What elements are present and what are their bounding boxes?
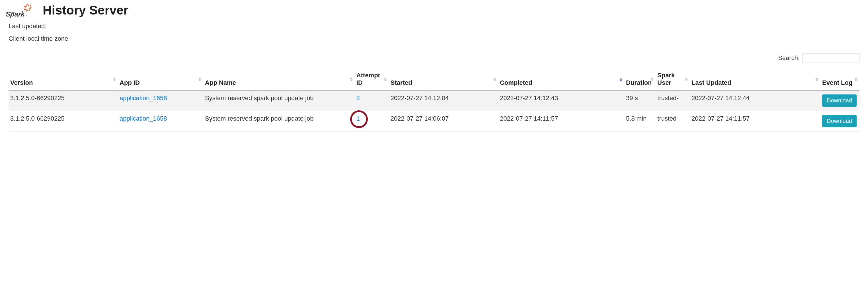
col-app-id-label: App ID — [120, 79, 140, 86]
cell-completed: 2022-07-27 14:11:57 — [498, 111, 624, 131]
cell-duration: 39 s — [624, 90, 656, 111]
spark-logo: APACHE Spark ™ — [6, 2, 37, 18]
col-completed-label: Completed — [500, 79, 532, 86]
sort-icon — [493, 77, 496, 82]
cell-spark-user: trusted- — [656, 90, 690, 111]
col-version[interactable]: Version — [8, 67, 118, 91]
sort-icon — [384, 77, 387, 82]
sort-icon — [651, 77, 654, 82]
sort-icon — [685, 77, 688, 82]
page-title: History Server — [43, 3, 128, 18]
applications-table: Version App ID App Name Attempt ID Start… — [8, 67, 860, 131]
col-spark-user[interactable]: Spark User — [656, 67, 690, 91]
sort-icon — [349, 77, 353, 82]
cell-version: 3.1.2.5.0-66290225 — [8, 111, 118, 131]
cell-version: 3.1.2.5.0-66290225 — [8, 90, 118, 111]
cell-last-updated: 2022-07-27 14:12:44 — [690, 90, 820, 111]
sort-icon — [198, 77, 202, 82]
app-id-link[interactable]: application_1658 — [120, 115, 167, 122]
cell-app-name: System reserved spark pool update job — [203, 111, 355, 131]
col-attempt-id-label: Attempt ID — [356, 72, 380, 86]
cell-last-updated: 2022-07-27 14:11:57 — [690, 111, 820, 131]
app-id-link[interactable]: application_1658 — [120, 94, 167, 102]
table-row: 3.1.2.5.0-66290225 application_1658 Syst… — [8, 90, 860, 111]
cell-app-name: System reserved spark pool update job — [203, 90, 355, 111]
col-duration-label: Duration — [626, 79, 652, 86]
col-app-id[interactable]: App ID — [118, 67, 203, 91]
sort-icon — [619, 77, 623, 82]
col-event-log-label: Event Log — [822, 79, 852, 86]
attempt-id-link[interactable]: 2 — [356, 94, 360, 102]
col-attempt-id[interactable]: Attempt ID — [355, 67, 389, 91]
attempt-id-link[interactable]: 1 — [356, 115, 360, 122]
svg-text:™: ™ — [26, 15, 27, 17]
cell-spark-user: trusted- — [656, 111, 690, 131]
col-started-label: Started — [391, 79, 412, 86]
cell-started: 2022-07-27 14:12:04 — [389, 90, 498, 111]
download-button[interactable]: Download — [822, 115, 857, 127]
col-started[interactable]: Started — [389, 67, 498, 91]
col-last-updated[interactable]: Last Updated — [690, 67, 820, 91]
col-spark-user-label: Spark User — [657, 72, 675, 86]
download-button[interactable]: Download — [822, 94, 857, 107]
cell-started: 2022-07-27 14:06:07 — [389, 111, 498, 131]
svg-text:Spark: Spark — [6, 10, 25, 18]
sort-icon — [113, 77, 116, 82]
sort-icon — [854, 77, 858, 82]
cell-completed: 2022-07-27 14:12:43 — [498, 90, 624, 111]
search-label: Search: — [778, 54, 800, 62]
timezone-label: Client local time zone: — [8, 35, 70, 42]
sort-icon — [815, 77, 819, 82]
last-updated-label: Last updated: — [8, 23, 46, 30]
col-event-log[interactable]: Event Log — [820, 67, 860, 91]
table-row: 3.1.2.5.0-66290225 application_1658 Syst… — [8, 111, 860, 131]
search-input[interactable] — [803, 53, 860, 63]
col-app-name[interactable]: App Name — [203, 67, 355, 91]
cell-duration: 5.8 min — [624, 111, 656, 131]
col-completed[interactable]: Completed — [498, 67, 624, 91]
col-app-name-label: App Name — [205, 79, 236, 86]
col-version-label: Version — [10, 79, 33, 86]
col-last-updated-label: Last Updated — [691, 79, 731, 86]
col-duration[interactable]: Duration — [624, 67, 656, 91]
